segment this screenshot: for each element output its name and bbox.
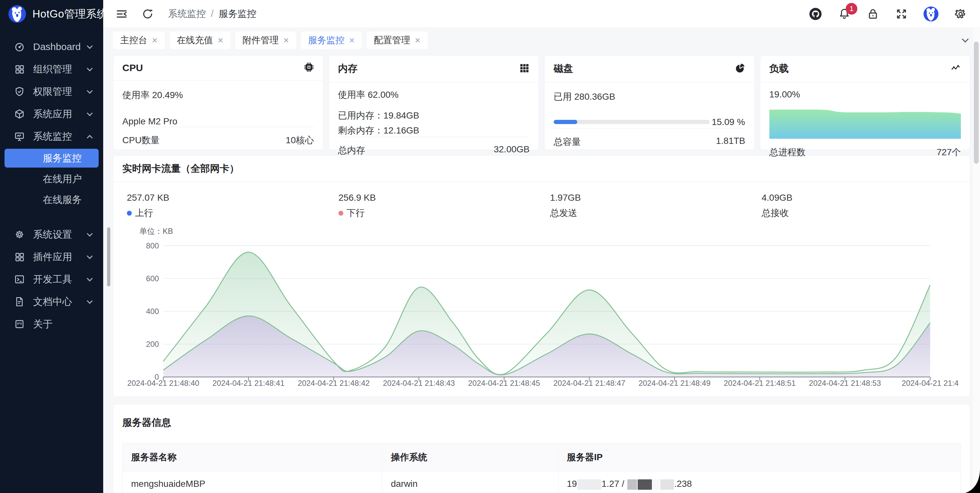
tab-online-recharge[interactable]: 在线充值 ×: [170, 32, 231, 49]
sidebar-item-dev-tools[interactable]: 开发工具: [0, 269, 103, 290]
breadcrumb-current: 服务监控: [219, 8, 256, 21]
cube-icon: [13, 108, 26, 120]
col-os: 操作系统: [382, 443, 558, 471]
cpu-chip-icon: [304, 62, 314, 74]
close-icon[interactable]: ×: [152, 35, 158, 45]
stat-label: 下行: [347, 207, 365, 219]
collapse-sidebar-icon[interactable]: [116, 8, 128, 20]
cell-server-ip: 191.27 / .238: [558, 471, 961, 493]
sidebar-subitem-online-users[interactable]: 在线用户: [5, 169, 99, 188]
sidebar-item-docs[interactable]: 文档中心: [0, 291, 103, 312]
shield-check-icon: [13, 86, 26, 97]
sidebar-item-plugins[interactable]: 插件应用: [0, 247, 103, 267]
memory-card-title: 内存: [338, 62, 358, 75]
memory-card: 内存 使用率 62.00% 已用内存：19.84GB 剩余内存：12.16GB: [329, 55, 539, 150]
fullscreen-icon[interactable]: [895, 8, 908, 21]
sidebar-item-label: 文档中心: [33, 295, 72, 308]
about-icon: [13, 319, 26, 330]
sidebar-menu: Dashboard 组织管理: [0, 28, 103, 335]
close-icon[interactable]: ×: [218, 35, 224, 45]
load-value: 19.00%: [769, 89, 961, 100]
sidebar-subitem-online-services[interactable]: 在线服务: [5, 190, 99, 209]
svg-text:2024-04-21 21:48:41: 2024-04-21 21:48:41: [213, 379, 285, 388]
memory-grid-icon: [519, 63, 530, 75]
sidebar-item-dashboard[interactable]: Dashboard: [0, 37, 103, 57]
close-icon[interactable]: ×: [349, 35, 355, 45]
logo-row[interactable]: HotGo管理系统: [0, 0, 103, 28]
server-info-card: 服务器信息 服务器名称 操作系统 服务器IP mengshuaideMBP da…: [113, 404, 970, 493]
stat-label: 总发送: [550, 207, 577, 219]
svg-text:2024-04-21 21:4: 2024-04-21 21:4: [902, 379, 959, 388]
tab-console[interactable]: 主控台 ×: [113, 32, 165, 49]
sidebar: HotGo管理系统 Dashboard 组织: [0, 0, 103, 493]
memory-used: 已用内存：19.84GB: [338, 109, 530, 122]
load-sparkline: [769, 105, 961, 139]
sidebar-item-label: 权限管理: [33, 85, 72, 98]
svg-text:2024-04-21 21:48:45: 2024-04-21 21:48:45: [468, 379, 540, 388]
stat-label: 总接收: [762, 207, 789, 219]
sidebar-item-system-app[interactable]: 系统应用: [0, 104, 103, 124]
svg-text:200: 200: [146, 340, 159, 348]
sidebar-item-permission[interactable]: 权限管理: [0, 81, 103, 102]
tabbar-chevron-down-icon[interactable]: [962, 36, 970, 45]
chevron-down-icon: [87, 43, 94, 50]
app-title: HotGo管理系统: [32, 7, 108, 21]
notification-badge: 1: [846, 3, 858, 14]
network-card-title: 实时网卡流量（全部网卡）: [123, 163, 239, 174]
svg-text:2024-04-21 21:48:42: 2024-04-21 21:48:42: [298, 379, 370, 388]
stat-total-sent: 1.97GB 总发送: [542, 193, 753, 219]
network-stats: 257.07 KB 上行 256.9 KB 下行 1.97GB 总发送 4.09…: [113, 182, 970, 226]
breadcrumb-parent[interactable]: 系统监控: [168, 8, 206, 21]
stat-label: 上行: [135, 207, 153, 219]
server-table: 服务器名称 操作系统 服务器IP mengshuaideMBP darwin 1…: [123, 443, 961, 493]
tab-attachments[interactable]: 附件管理 ×: [235, 32, 296, 49]
refresh-icon[interactable]: [142, 8, 154, 20]
sidebar-subitem-label: 服务监控: [43, 152, 82, 165]
settings-gear-icon[interactable]: [954, 8, 967, 21]
tab-label: 附件管理: [242, 34, 279, 46]
tab-config[interactable]: 配置管理 ×: [367, 32, 428, 49]
svg-text:2024-04-21 21:48:49: 2024-04-21 21:48:49: [639, 379, 711, 388]
dashboard-icon: [13, 41, 26, 52]
sidebar-subitem-label: 在线用户: [43, 172, 82, 186]
ip-text: 19: [567, 479, 577, 489]
upstream-dot-icon: [127, 211, 132, 215]
table-row[interactable]: mengshuaideMBP darwin 191.27 / .238: [123, 471, 961, 493]
content-scrollbar-thumb[interactable]: [107, 227, 110, 286]
chevron-up-icon: [87, 133, 94, 140]
svg-text:400: 400: [146, 307, 159, 316]
terminal-icon: [13, 274, 26, 285]
stat-upstream: 257.07 KB 上行: [118, 193, 330, 219]
notifications-bell-icon[interactable]: 1: [838, 8, 851, 21]
tab-service-monitor[interactable]: 服务监控 ×: [301, 32, 362, 49]
sidebar-item-settings[interactable]: 系统设置: [0, 224, 103, 245]
disk-card: 磁盘 已用 280.36GB: [544, 55, 755, 150]
sidebar-item-label: 开发工具: [33, 273, 72, 286]
sidebar-item-label: 关于: [33, 317, 52, 331]
sidebar-subitem-service-monitor[interactable]: 服务监控: [5, 149, 99, 168]
svg-text:2024-04-21 21:48:47: 2024-04-21 21:48:47: [553, 379, 625, 388]
network-traffic-chart[interactable]: 0200400600800单位：KB2024-04-21 21:48:40202…: [113, 226, 970, 397]
avatar[interactable]: [924, 6, 939, 21]
sidebar-item-org[interactable]: 组织管理: [0, 59, 103, 80]
lock-icon[interactable]: [866, 8, 880, 21]
sidebar-item-system-monitor[interactable]: 系统监控: [0, 126, 103, 147]
stat-value: 1.97GB: [550, 193, 753, 203]
chevron-down-icon: [87, 88, 94, 95]
svg-text:2024-04-21 21:48:53: 2024-04-21 21:48:53: [809, 379, 881, 388]
chevron-down-icon: [87, 298, 94, 305]
close-icon[interactable]: ×: [415, 35, 420, 45]
stat-cards-row: CPU 使用率 20.49% Apple M2 Pro: [103, 53, 980, 150]
stat-value: 257.07 KB: [127, 193, 330, 203]
svg-text:2024-04-21 21:48:43: 2024-04-21 21:48:43: [383, 379, 455, 388]
stat-value: 4.09GB: [762, 193, 965, 203]
tab-label: 主控台: [120, 34, 147, 46]
vertical-scrollbar-thumb[interactable]: [974, 41, 979, 164]
github-icon[interactable]: [809, 7, 822, 21]
topbar: 系统监控 / 服务监控 1: [103, 0, 980, 28]
table-header-row: 服务器名称 操作系统 服务器IP: [123, 443, 961, 471]
gear-icon: [13, 229, 26, 240]
sidebar-item-about[interactable]: 关于: [0, 314, 103, 335]
close-icon[interactable]: ×: [283, 35, 289, 45]
main-content: CPU 使用率 20.49% Apple M2 Pro: [103, 53, 980, 493]
